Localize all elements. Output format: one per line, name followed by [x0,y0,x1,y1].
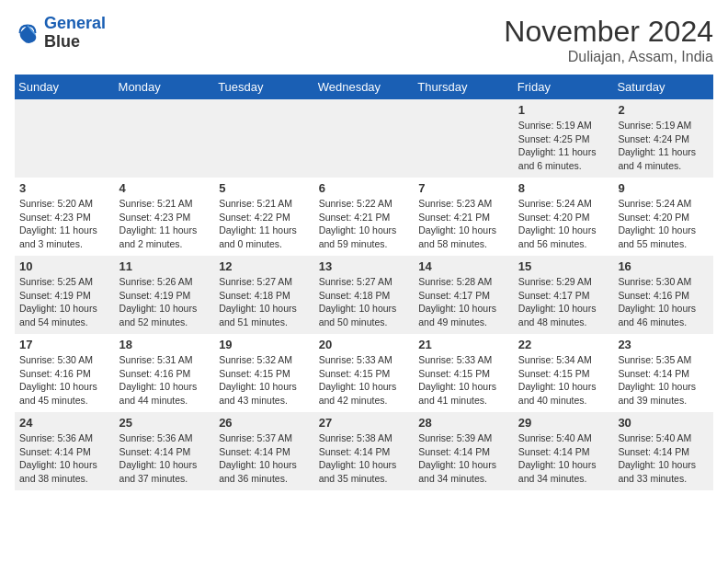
logo-text: General Blue [44,15,106,52]
day-info: Sunrise: 5:33 AM Sunset: 4:15 PM Dayligh… [418,353,509,408]
day-info: Sunrise: 5:25 AM Sunset: 4:19 PM Dayligh… [19,275,110,329]
day-info: Sunrise: 5:40 AM Sunset: 4:14 PM Dayligh… [518,431,609,486]
calendar-cell: 25Sunrise: 5:36 AM Sunset: 4:14 PM Dayli… [115,412,215,490]
day-info: Sunrise: 5:22 AM Sunset: 4:21 PM Dayligh… [319,197,410,251]
calendar-cell: 21Sunrise: 5:33 AM Sunset: 4:15 PM Dayli… [414,334,514,412]
day-info: Sunrise: 5:39 AM Sunset: 4:14 PM Dayligh… [418,431,509,486]
day-info: Sunrise: 5:19 AM Sunset: 4:24 PM Dayligh… [618,119,709,173]
day-number: 19 [219,338,310,351]
logo-icon [15,20,40,46]
day-info: Sunrise: 5:38 AM Sunset: 4:14 PM Dayligh… [319,431,410,486]
day-info: Sunrise: 5:32 AM Sunset: 4:15 PM Dayligh… [219,353,310,408]
day-number: 24 [19,416,110,430]
day-number: 26 [219,416,310,430]
week-row-4: 17Sunrise: 5:30 AM Sunset: 4:16 PM Dayli… [15,334,713,412]
week-row-3: 10Sunrise: 5:25 AM Sunset: 4:19 PM Dayli… [15,256,713,334]
day-number: 11 [119,259,210,273]
calendar-cell: 7Sunrise: 5:23 AM Sunset: 4:21 PM Daylig… [414,178,514,256]
calendar-cell: 17Sunrise: 5:30 AM Sunset: 4:16 PM Dayli… [15,334,115,412]
weekday-header-thursday: Thursday [414,75,514,99]
day-info: Sunrise: 5:28 AM Sunset: 4:17 PM Dayligh… [418,275,509,329]
calendar-cell: 1Sunrise: 5:19 AM Sunset: 4:25 PM Daylig… [514,99,614,178]
day-number: 9 [618,181,709,195]
calendar-cell: 5Sunrise: 5:21 AM Sunset: 4:22 PM Daylig… [214,178,314,256]
day-info: Sunrise: 5:33 AM Sunset: 4:15 PM Dayligh… [319,353,410,408]
weekday-header-monday: Monday [115,75,215,99]
day-number: 20 [319,338,410,351]
weekday-header-wednesday: Wednesday [314,75,415,99]
calendar-cell: 4Sunrise: 5:21 AM Sunset: 4:23 PM Daylig… [115,178,215,256]
day-number: 12 [219,259,310,273]
day-info: Sunrise: 5:23 AM Sunset: 4:21 PM Dayligh… [418,197,509,251]
calendar-table: SundayMondayTuesdayWednesdayThursdayFrid… [15,75,713,490]
day-info: Sunrise: 5:30 AM Sunset: 4:16 PM Dayligh… [618,275,709,329]
day-number: 13 [319,259,410,273]
calendar-cell: 2Sunrise: 5:19 AM Sunset: 4:24 PM Daylig… [613,99,713,178]
calendar-cell: 10Sunrise: 5:25 AM Sunset: 4:19 PM Dayli… [15,256,115,334]
calendar-cell: 6Sunrise: 5:22 AM Sunset: 4:21 PM Daylig… [314,178,415,256]
title-block: November 2024 Duliajan, Assam, India [504,15,713,65]
day-number: 25 [119,416,210,430]
calendar-cell: 13Sunrise: 5:27 AM Sunset: 4:18 PM Dayli… [314,256,415,334]
day-number: 6 [319,181,410,195]
day-info: Sunrise: 5:36 AM Sunset: 4:14 PM Dayligh… [19,431,110,486]
day-number: 22 [518,338,609,351]
calendar-cell: 28Sunrise: 5:39 AM Sunset: 4:14 PM Dayli… [414,412,514,490]
page-header: General Blue November 2024 Duliajan, Ass… [15,15,713,65]
day-info: Sunrise: 5:24 AM Sunset: 4:20 PM Dayligh… [618,197,709,251]
logo: General Blue [15,15,106,52]
calendar-cell [115,99,215,178]
day-info: Sunrise: 5:29 AM Sunset: 4:17 PM Dayligh… [518,275,609,329]
day-info: Sunrise: 5:19 AM Sunset: 4:25 PM Dayligh… [518,119,609,173]
calendar-cell: 9Sunrise: 5:24 AM Sunset: 4:20 PM Daylig… [613,178,713,256]
calendar-cell: 20Sunrise: 5:33 AM Sunset: 4:15 PM Dayli… [314,334,415,412]
calendar-cell: 30Sunrise: 5:40 AM Sunset: 4:14 PM Dayli… [613,412,713,490]
day-info: Sunrise: 5:30 AM Sunset: 4:16 PM Dayligh… [19,353,110,408]
calendar-cell [15,99,115,178]
day-number: 16 [618,259,709,273]
weekday-header-tuesday: Tuesday [214,75,314,99]
calendar-cell: 16Sunrise: 5:30 AM Sunset: 4:16 PM Dayli… [613,256,713,334]
calendar-cell: 8Sunrise: 5:24 AM Sunset: 4:20 PM Daylig… [514,178,614,256]
calendar-cell: 11Sunrise: 5:26 AM Sunset: 4:19 PM Dayli… [115,256,215,334]
calendar-cell: 3Sunrise: 5:20 AM Sunset: 4:23 PM Daylig… [15,178,115,256]
day-info: Sunrise: 5:34 AM Sunset: 4:15 PM Dayligh… [518,353,609,408]
calendar-cell: 29Sunrise: 5:40 AM Sunset: 4:14 PM Dayli… [514,412,614,490]
calendar-cell: 15Sunrise: 5:29 AM Sunset: 4:17 PM Dayli… [514,256,614,334]
day-info: Sunrise: 5:36 AM Sunset: 4:14 PM Dayligh… [119,431,210,486]
day-info: Sunrise: 5:27 AM Sunset: 4:18 PM Dayligh… [219,275,310,329]
calendar-cell [414,99,514,178]
day-number: 7 [418,181,509,195]
day-info: Sunrise: 5:26 AM Sunset: 4:19 PM Dayligh… [119,275,210,329]
day-number: 5 [219,181,310,195]
calendar-cell: 26Sunrise: 5:37 AM Sunset: 4:14 PM Dayli… [214,412,314,490]
day-number: 28 [418,416,509,430]
calendar-cell: 23Sunrise: 5:35 AM Sunset: 4:14 PM Dayli… [613,334,713,412]
day-info: Sunrise: 5:40 AM Sunset: 4:14 PM Dayligh… [618,431,709,486]
day-number: 23 [618,338,709,351]
calendar-cell: 22Sunrise: 5:34 AM Sunset: 4:15 PM Dayli… [514,334,614,412]
week-row-2: 3Sunrise: 5:20 AM Sunset: 4:23 PM Daylig… [15,178,713,256]
calendar-cell: 27Sunrise: 5:38 AM Sunset: 4:14 PM Dayli… [314,412,415,490]
day-info: Sunrise: 5:31 AM Sunset: 4:16 PM Dayligh… [119,353,210,408]
day-info: Sunrise: 5:24 AM Sunset: 4:20 PM Dayligh… [518,197,609,251]
day-number: 1 [518,103,609,117]
calendar-cell: 18Sunrise: 5:31 AM Sunset: 4:16 PM Dayli… [115,334,215,412]
day-number: 30 [618,416,709,430]
day-info: Sunrise: 5:27 AM Sunset: 4:18 PM Dayligh… [319,275,410,329]
day-number: 17 [19,338,110,351]
day-info: Sunrise: 5:21 AM Sunset: 4:23 PM Dayligh… [119,197,210,251]
week-row-5: 24Sunrise: 5:36 AM Sunset: 4:14 PM Dayli… [15,412,713,490]
location: Duliajan, Assam, India [504,49,713,65]
day-info: Sunrise: 5:21 AM Sunset: 4:22 PM Dayligh… [219,197,310,251]
calendar-cell: 19Sunrise: 5:32 AM Sunset: 4:15 PM Dayli… [214,334,314,412]
day-info: Sunrise: 5:20 AM Sunset: 4:23 PM Dayligh… [19,197,110,251]
day-number: 2 [618,103,709,117]
calendar-cell [314,99,415,178]
day-number: 14 [418,259,509,273]
month-title: November 2024 [504,15,713,49]
weekday-header-row: SundayMondayTuesdayWednesdayThursdayFrid… [15,75,713,99]
day-number: 18 [119,338,210,351]
day-number: 21 [418,338,509,351]
weekday-header-saturday: Saturday [613,75,713,99]
